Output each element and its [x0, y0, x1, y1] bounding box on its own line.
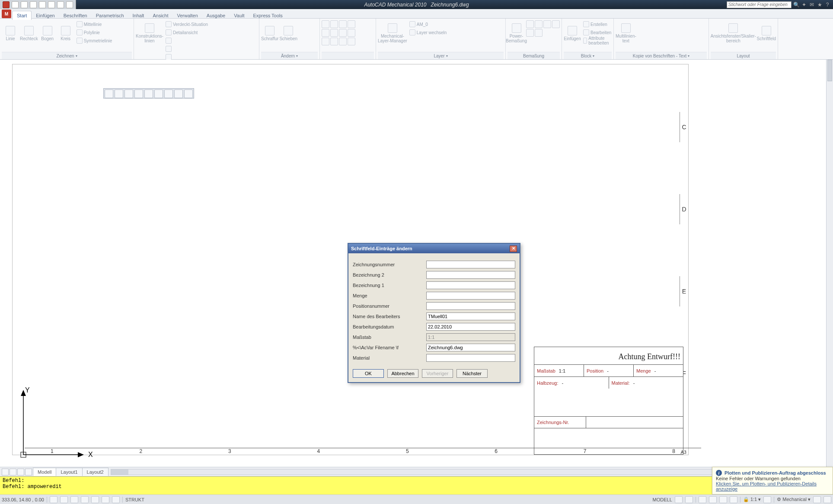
panel-title[interactable]: [322, 52, 374, 59]
ribbon-button[interactable]: Linie: [2, 20, 19, 46]
ribbon-button[interactable]: Ansichtsfenster/Skalier- bereich: [711, 20, 756, 46]
float-tool-icon[interactable]: [124, 89, 133, 98]
ribbon-button[interactable]: Multilinien- text: [616, 20, 636, 46]
snap-toggle-icon[interactable]: [50, 496, 57, 503]
field-input[interactable]: [426, 323, 515, 331]
field-input[interactable]: [426, 261, 515, 268]
float-tool-icon[interactable]: [164, 89, 173, 98]
polar-toggle-icon[interactable]: [81, 496, 89, 503]
ribbon-button[interactable]: Bogen: [39, 20, 56, 46]
ribbon-row-button[interactable]: Verdeckt-Situation: [164, 20, 209, 28]
ribbon-button[interactable]: Power- Bemaßung: [507, 20, 525, 46]
ribbon-grid-icon[interactable]: [330, 29, 338, 37]
toolbar-lock-icon[interactable]: [813, 496, 821, 503]
tab-nav-first-icon[interactable]: [2, 469, 9, 475]
zoom-icon[interactable]: [709, 496, 717, 503]
qat-save-icon[interactable]: [30, 1, 37, 8]
clean-screen-icon[interactable]: [823, 496, 831, 503]
panel-title[interactable]: Kopie von Beschriften - Text: [616, 52, 707, 59]
panel-title[interactable]: Layer: [378, 52, 504, 59]
dialog-titlebar[interactable]: Schriftfeld-Einträge ändern ✕: [348, 244, 520, 253]
ribbon-grid-icon[interactable]: [322, 38, 329, 45]
sheet-tab-layout1[interactable]: Layout1: [56, 468, 82, 476]
float-tool-icon[interactable]: [144, 89, 153, 98]
tab-nav-next-icon[interactable]: [17, 469, 24, 475]
ribbon-button[interactable]: Rechteck: [20, 20, 38, 46]
showmotion-icon[interactable]: [730, 496, 737, 503]
ribbon-row-button[interactable]: Polylinie: [75, 29, 114, 36]
model-space-label[interactable]: MODELL: [653, 497, 672, 502]
field-input[interactable]: [426, 313, 515, 320]
workspace-switcher[interactable]: ⚙ Mechanical ▾: [777, 497, 811, 502]
ribbon-grid-icon[interactable]: [322, 29, 329, 37]
tab-nav-last-icon[interactable]: [25, 469, 32, 475]
next-button[interactable]: Nächster: [456, 369, 488, 378]
ribbon-grid-icon[interactable]: [526, 29, 534, 37]
ribbon-grid-icon[interactable]: [526, 20, 534, 28]
ribbon-row-button[interactable]: Detailansicht: [164, 29, 209, 36]
ribbon-row-button[interactable]: Layer wechseln: [408, 29, 448, 36]
app-badge-icon[interactable]: M: [2, 10, 11, 18]
panel-title[interactable]: Layout: [711, 52, 776, 59]
tab-nav-prev-icon[interactable]: [10, 469, 16, 475]
qat-more-icon[interactable]: [66, 1, 73, 8]
field-input[interactable]: [426, 281, 515, 289]
cancel-button[interactable]: Abbrechen: [387, 369, 418, 378]
ribbon-button[interactable]: Konstruktions- linien: [136, 20, 163, 46]
ribbon-grid-icon[interactable]: [339, 20, 347, 28]
annotation-scale[interactable]: 🔒 1:1 ▾: [743, 497, 761, 502]
comm-center-icon[interactable]: ✉: [809, 2, 815, 8]
float-tool-icon[interactable]: [115, 89, 123, 98]
ribbon-grid-icon[interactable]: [339, 38, 347, 45]
command-line[interactable]: Befehl: Befehl: ampoweredit: [0, 476, 833, 494]
panel-title[interactable]: Zeichnen: [2, 52, 132, 59]
otrack-toggle-icon[interactable]: [102, 496, 109, 503]
pan-icon[interactable]: [699, 496, 706, 503]
ribbon-row-button[interactable]: Erstellen: [582, 20, 613, 28]
ribbon-grid-icon[interactable]: [322, 20, 329, 28]
ok-button[interactable]: OK: [353, 369, 384, 378]
annotation-visibility-icon[interactable]: [763, 496, 771, 503]
ribbon-grid-icon[interactable]: [339, 29, 347, 37]
field-input[interactable]: [426, 271, 515, 279]
favorites-icon[interactable]: ★: [817, 2, 823, 8]
panel-title[interactable]: Ändern: [261, 52, 318, 59]
float-tool-icon[interactable]: [174, 89, 183, 98]
sheet-tab-modell[interactable]: Modell: [33, 468, 56, 476]
vertical-scrollbar[interactable]: [826, 60, 833, 467]
subscription-icon[interactable]: ✦: [801, 2, 807, 8]
binoculars-icon[interactable]: 🔍: [793, 2, 799, 8]
qat-new-icon[interactable]: [12, 1, 19, 8]
field-input[interactable]: [426, 302, 515, 310]
ribbon-button[interactable]: Schraffur: [261, 20, 278, 46]
float-tool-icon[interactable]: [154, 89, 163, 98]
notification-link[interactable]: Klicken Sie, um Plotten- und Publizieren…: [716, 481, 829, 491]
ribbon-grid-icon[interactable]: [535, 29, 543, 37]
ribbon-button[interactable]: Schieben: [279, 20, 297, 46]
ribbon-row-button[interactable]: Symmetrielinie: [75, 37, 114, 45]
ribbon-grid-icon[interactable]: [330, 20, 338, 28]
ribbon-grid-icon[interactable]: [535, 20, 543, 28]
quickview-drawings-icon[interactable]: [685, 496, 693, 503]
app-menu-icon[interactable]: [3, 1, 10, 8]
osnap-toggle-icon[interactable]: [91, 496, 99, 503]
ribbon-row-button[interactable]: [164, 45, 209, 53]
steering-wheel-icon[interactable]: [719, 496, 727, 503]
ribbon-grid-icon[interactable]: [348, 29, 355, 37]
grid-toggle-icon[interactable]: [60, 496, 68, 503]
ribbon-button[interactable]: Schriftfeld: [757, 20, 776, 46]
struct-mode[interactable]: STRUKT: [125, 497, 144, 502]
qat-undo-icon[interactable]: [39, 1, 46, 8]
ribbon-grid-icon[interactable]: [330, 38, 338, 45]
ribbon-row-button[interactable]: Attribute bearbeiten: [582, 37, 613, 45]
field-input[interactable]: [426, 292, 515, 300]
ribbon-row-button[interactable]: AM_0: [408, 20, 448, 28]
ribbon-grid-icon[interactable]: [348, 38, 355, 45]
ribbon-row-button[interactable]: Mittellinie: [75, 20, 114, 28]
dyn-toggle-icon[interactable]: [112, 496, 120, 503]
panel-title[interactable]: Block: [564, 52, 612, 59]
ribbon-grid-icon[interactable]: [552, 20, 560, 28]
close-icon[interactable]: ✕: [510, 246, 517, 252]
ribbon-button[interactable]: Mechanical- Layer-Manager: [378, 20, 407, 46]
qat-redo-icon[interactable]: [48, 1, 55, 8]
